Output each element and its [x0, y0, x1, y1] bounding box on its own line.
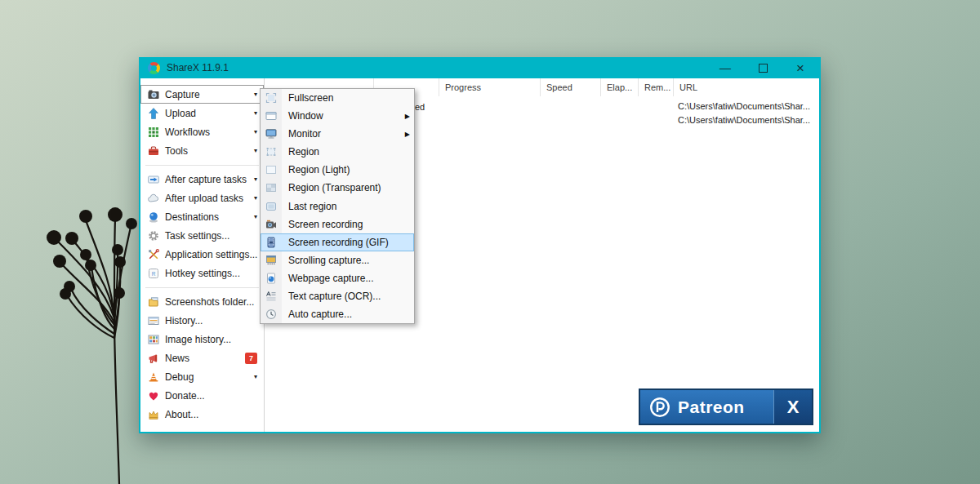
- window-icon: [261, 110, 282, 122]
- globe-icon: [146, 211, 160, 223]
- menu-item-screen-recording[interactable]: Screen recording: [261, 215, 414, 233]
- hotkey-key-icon: R: [146, 267, 160, 279]
- menu-item-region-transparent[interactable]: Region (Transparent): [261, 179, 414, 197]
- sidebar-item-label: Tools: [165, 145, 188, 157]
- sidebar-item-workflows[interactable]: Workflows▾: [140, 122, 264, 141]
- menu-item-webpage-capture[interactable]: Webpage capture...: [261, 269, 414, 287]
- sidebar-separator: [145, 287, 259, 288]
- sidebar-item-history[interactable]: History...: [140, 311, 264, 330]
- sidebar-item-upload[interactable]: Upload▾: [140, 104, 264, 122]
- column-header-speed[interactable]: Speed: [540, 78, 600, 96]
- svg-text:R: R: [151, 270, 155, 276]
- sidebar-item-task-settings[interactable]: Task settings...: [140, 226, 264, 245]
- menu-item-label: Window: [288, 110, 323, 122]
- patreon-label: Patreon: [678, 397, 773, 417]
- menu-item-label: Screen recording: [288, 219, 363, 230]
- column-header-elap[interactable]: Elap...: [600, 78, 638, 96]
- sidebar-item-label: Debug: [165, 371, 194, 383]
- monitor-icon: [261, 128, 282, 140]
- column-header-progress[interactable]: Progress: [439, 78, 540, 96]
- menu-item-region[interactable]: Region: [261, 143, 414, 161]
- maximize-button[interactable]: [744, 57, 782, 78]
- film-strip-icon: [261, 236, 282, 248]
- sidebar-item-about[interactable]: About...: [140, 405, 264, 424]
- menu-item-monitor[interactable]: Monitor▶: [261, 125, 414, 143]
- menu-item-label: Fullscreen: [288, 92, 333, 104]
- sidebar-item-capture[interactable]: Capture▾: [140, 85, 264, 104]
- menu-item-label: Monitor: [288, 128, 321, 140]
- news-badge: 7: [245, 353, 257, 364]
- menu-item-label: Region: [288, 146, 319, 158]
- sidebar-item-donate[interactable]: Donate...: [140, 386, 264, 405]
- sidebar-item-label: About...: [165, 409, 198, 420]
- maximize-icon: [759, 64, 768, 73]
- traffic-cone-icon: [146, 371, 160, 383]
- menu-item-label: Region (Light): [288, 164, 350, 175]
- menu-item-window[interactable]: Window▶: [261, 107, 414, 125]
- fullscreen-icon: [261, 92, 282, 104]
- sidebar-item-label: Image history...: [165, 334, 231, 345]
- menu-item-region-light[interactable]: Region (Light): [261, 161, 414, 179]
- sidebar-item-label: Task settings...: [165, 230, 229, 242]
- scrolling-capture-icon: [261, 254, 282, 266]
- sidebar-item-screenshots-folder[interactable]: Screenshots folder...: [140, 292, 264, 311]
- menu-item-label: Last region: [288, 201, 336, 212]
- menu-item-label: Screen recording (GIF): [288, 237, 389, 248]
- patreon-logo-icon: [648, 396, 671, 419]
- patreon-banner[interactable]: Patreon X: [639, 389, 813, 425]
- workflow-grid-icon: [146, 126, 160, 138]
- menu-item-label: Auto capture...: [288, 309, 352, 320]
- submenu-arrow-icon: ▶: [405, 131, 414, 138]
- menu-item-last-region[interactable]: Last region: [261, 197, 414, 215]
- sidebar-item-label: After upload tasks: [165, 193, 243, 204]
- patreon-close-x[interactable]: X: [773, 390, 812, 424]
- sidebar-item-news[interactable]: News7: [140, 349, 264, 367]
- sidebar-item-label: After capture tasks: [165, 174, 247, 185]
- sidebar-item-debug[interactable]: Debug▾: [140, 367, 264, 386]
- sidebar-item-label: Upload: [165, 108, 196, 119]
- chevron-down-icon: ▾: [254, 373, 261, 380]
- region-transparent-icon: [261, 182, 282, 194]
- window-title: ShareX 11.9.1: [167, 62, 229, 73]
- sidebar-item-destinations[interactable]: Destinations▾: [140, 207, 264, 226]
- gear-icon: [146, 229, 160, 242]
- menu-item-fullscreen[interactable]: Fullscreen: [261, 89, 414, 107]
- task-row-url[interactable]: C:\Users\fatiw\Documents\Shar...: [678, 115, 810, 125]
- menu-item-screen-recording-gif[interactable]: Screen recording (GIF): [261, 233, 414, 251]
- crown-icon: [146, 408, 160, 420]
- column-header-rem[interactable]: Rem...: [638, 78, 673, 96]
- close-button[interactable]: ×: [782, 57, 819, 78]
- sidebar-item-application-settings[interactable]: Application settings...: [140, 245, 264, 264]
- heart-icon: [146, 389, 160, 402]
- sidebar-item-after-capture-tasks[interactable]: After capture tasks▾: [140, 170, 264, 189]
- sidebar-item-tools[interactable]: Tools▾: [140, 141, 264, 160]
- submenu-arrow-icon: ▶: [405, 113, 414, 120]
- menu-item-text-capture-ocr[interactable]: Text capture (OCR)...: [261, 287, 414, 305]
- titlebar[interactable]: ShareX 11.9.1 — ×: [140, 57, 819, 78]
- sidebar: Capture▾Upload▾Workflows▾Tools▾After cap…: [140, 78, 265, 432]
- screen-recording-icon: [261, 218, 282, 230]
- region-icon: [261, 146, 282, 158]
- capture-submenu: FullscreenWindow▶Monitor▶RegionRegion (L…: [260, 88, 415, 324]
- task-status-partial: ed: [415, 102, 425, 112]
- sidebar-item-label: News: [165, 353, 189, 364]
- sidebar-item-label: Workflows: [165, 127, 210, 138]
- menu-item-label: Text capture (OCR)...: [288, 291, 381, 302]
- clock-icon: [261, 308, 282, 320]
- task-row-url[interactable]: C:\Users\fatiw\Documents\Shar...: [678, 101, 810, 111]
- menu-item-scrolling-capture[interactable]: Scrolling capture...: [261, 251, 414, 269]
- column-header-url[interactable]: URL: [673, 78, 818, 96]
- sharex-logo-icon: [148, 62, 160, 74]
- sidebar-item-label: Application settings...: [165, 249, 257, 260]
- image-grid-icon: [146, 333, 160, 345]
- sidebar-item-image-history[interactable]: Image history...: [140, 330, 264, 349]
- minimize-button[interactable]: —: [706, 57, 744, 78]
- region-light-icon: [261, 164, 282, 176]
- menu-item-auto-capture[interactable]: Auto capture...: [261, 305, 414, 323]
- sidebar-item-label: Screenshots folder...: [165, 296, 254, 308]
- text-ocr-icon: [261, 290, 282, 302]
- sidebar-item-hotkey-settings[interactable]: RHotkey settings...: [140, 264, 264, 282]
- sidebar-item-label: History...: [165, 315, 203, 326]
- sidebar-item-after-upload-tasks[interactable]: After upload tasks▾: [140, 189, 264, 207]
- sidebar-separator: [145, 165, 259, 166]
